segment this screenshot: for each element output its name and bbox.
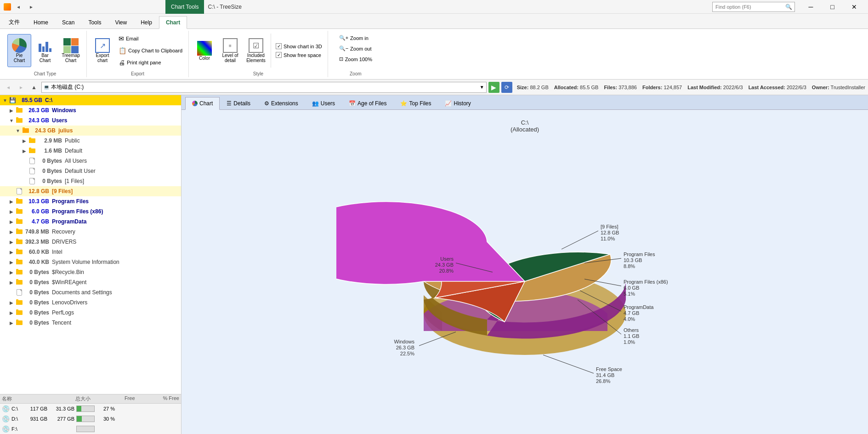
expand-allusers[interactable] (21, 158, 28, 164)
expand-perflogs[interactable]: ▶ (8, 309, 15, 316)
tree-item-drivers[interactable]: ▶ 392.3 MB DRIVERS (0, 237, 181, 247)
treemap-chart-button[interactable]: TreemapChart (59, 34, 83, 67)
tree-item-intel[interactable]: ▶ 60.0 KB Intel (0, 247, 181, 257)
expand-julius[interactable]: ▼ (15, 127, 21, 134)
tab-view[interactable]: View (108, 16, 134, 29)
expand-windows[interactable]: ▶ (8, 107, 15, 114)
bar-chart-button[interactable]: BarChart (33, 34, 57, 67)
expand-recyclebin[interactable]: ▶ (8, 269, 15, 275)
nav-back-button[interactable]: ◂ (3, 82, 14, 93)
expand-lenovodrivers[interactable]: ▶ (8, 299, 15, 306)
tab-tools[interactable]: Tools (81, 16, 108, 29)
title-back-btn[interactable]: ◂ (13, 1, 24, 12)
tree-item-docsettings[interactable]: 0 Bytes Documents and Settings (0, 287, 181, 297)
expand-root[interactable]: ▼ (2, 97, 8, 103)
tab-top-files-view[interactable]: ⭐ Top Files (393, 97, 438, 109)
color-button[interactable]: Color (193, 34, 216, 67)
tree-item-perflogs[interactable]: ▶ 0 Bytes PerfLogs (0, 308, 181, 318)
nav-address-bar[interactable]: 💻 本地磁盘 (C:) ▼ (41, 82, 487, 93)
expand-9files[interactable] (8, 188, 15, 194)
zoom-in-button[interactable]: 🔍+ Zoom in (337, 34, 374, 42)
expand-programfiles[interactable]: ▶ (8, 198, 15, 205)
show-free-checkbox[interactable]: ✓ Show free space (276, 52, 322, 58)
print-pane-button[interactable]: 🖨 Print right pane (116, 57, 185, 68)
tree-item-9files[interactable]: 12.8 GB [9 Files] (0, 186, 181, 196)
tab-home[interactable]: Home (27, 16, 55, 29)
expand-recovery[interactable]: ▶ (8, 228, 15, 235)
show-3d-checkbox[interactable]: ✓ Show chart in 3D (276, 43, 322, 49)
bottom-panel: 名称 总大小 Free % Free 💿 C:\ 117 GB 31.3 GB … (0, 394, 181, 434)
tab-history-view[interactable]: 📈 History (438, 97, 477, 109)
maximize-button[interactable]: □ (822, 0, 843, 14)
close-button[interactable]: ✕ (844, 0, 864, 14)
pie-chart-button[interactable]: PieChart (7, 34, 31, 67)
export-chart-button[interactable]: ↗ Exportchart (91, 34, 114, 67)
drive-row-f[interactable]: 💿 F:\ (0, 424, 181, 434)
expand-intel[interactable]: ▶ (8, 249, 15, 255)
tree-item-winreagent[interactable]: ▶ 0 Bytes $WinREAgent (0, 277, 181, 287)
copy-clipboard-button[interactable]: 📋 Copy Chart to Clipboard (116, 46, 185, 56)
tab-help[interactable]: Help (134, 16, 159, 29)
tab-age-of-files-view[interactable]: 📅 Age of Files (342, 97, 393, 109)
expand-winreagent[interactable]: ▶ (8, 279, 15, 286)
pie-chart-label: PieChart (14, 53, 25, 63)
segment-freespace[interactable] (336, 201, 525, 284)
expand-1files[interactable] (21, 178, 28, 184)
tab-chart-view[interactable]: Chart (185, 97, 220, 110)
tree-item-programdata[interactable]: ▶ 4.7 GB ProgramData (0, 217, 181, 227)
folder-icon-default (28, 147, 36, 154)
drive-row-c[interactable]: 💿 C:\ 117 GB 31.3 GB 27 % (0, 404, 181, 414)
included-elements-button[interactable]: ☑ IncludedElements (244, 34, 268, 67)
expand-tencent[interactable]: ▶ (8, 320, 15, 326)
find-option-input[interactable] (712, 2, 795, 12)
tab-scan[interactable]: Scan (55, 16, 81, 29)
tree-item-programfiles[interactable]: ▶ 10.3 GB Program Files (0, 196, 181, 206)
tab-details-view[interactable]: ☰ Details (220, 97, 257, 109)
nav-forward-button[interactable]: ▸ (16, 82, 27, 93)
tree-item-allusers[interactable]: 0 Bytes All Users (0, 156, 181, 166)
tree-item-recovery[interactable]: ▶ 749.8 MB Recovery (0, 227, 181, 237)
zoom-100-button[interactable]: ⊡ Zoom 100% (337, 55, 374, 63)
tree-item-root[interactable]: ▼ 💾 85.5 GB C:\ (0, 95, 181, 105)
file-icon-allusers (28, 157, 36, 165)
tab-chart[interactable]: Chart (159, 16, 187, 29)
tab-extensions-view[interactable]: ⚙ Extensions (257, 97, 305, 109)
tree-item-public[interactable]: ▶ 2.9 MB Public (0, 136, 181, 146)
tree-item-tencent[interactable]: ▶ 0 Bytes Tencent (0, 318, 181, 328)
expand-programdata[interactable]: ▶ (8, 218, 15, 225)
tree-item-recyclebin[interactable]: ▶ 0 Bytes $Recycle.Bin (0, 267, 181, 277)
minimize-button[interactable]: ─ (800, 0, 821, 14)
drive-row-d[interactable]: 💿 D:\ 931 GB 277 GB 30 % (0, 414, 181, 424)
expand-drivers[interactable]: ▶ (8, 239, 15, 245)
expand-defaultuser[interactable] (21, 168, 28, 174)
email-button[interactable]: ✉ Email (116, 34, 185, 44)
tree-item-defaultuser[interactable]: 0 Bytes Default User (0, 166, 181, 176)
title-forward-btn[interactable]: ▸ (26, 1, 37, 12)
tree-item-1files[interactable]: 0 Bytes [1 Files] (0, 176, 181, 186)
1files-name: [1 Files] (65, 178, 84, 184)
file-tree[interactable]: ▼ 💾 85.5 GB C:\ ▶ 26.3 GB Windows ▼ 24.3… (0, 95, 181, 394)
ribbon-group-export: ↗ Exportchart ✉ Email 📋 Copy Chart to Cl… (87, 31, 189, 77)
tree-item-lenovodrivers[interactable]: ▶ 0 Bytes LenovoDrivers (0, 297, 181, 308)
tree-item-sysvolinfo[interactable]: ▶ 40.0 KB System Volume Information (0, 257, 181, 267)
tree-item-windows[interactable]: ▶ 26.3 GB Windows (0, 105, 181, 115)
level-detail-button[interactable]: ≡ Level ofdetail (218, 34, 242, 67)
tree-item-julius[interactable]: ▼ 24.3 GB julius (0, 126, 181, 136)
zoom-out-button[interactable]: 🔍− Zoom out (337, 44, 374, 53)
tree-item-users[interactable]: ▼ 24.3 GB Users (0, 115, 181, 126)
tree-item-programfilesx86[interactable]: ▶ 6.0 GB Program Files (x86) (0, 206, 181, 217)
tab-file[interactable]: 文件 (2, 16, 27, 29)
nav-up-button[interactable]: ▲ (28, 82, 40, 93)
address-dropdown-btn[interactable]: ▼ (480, 85, 484, 90)
pie-chart-svg: Windows 26.3 GB 22.5% Users 24.3 GB 20.8… (336, 148, 713, 405)
expand-public[interactable]: ▶ (21, 137, 28, 144)
expand-default[interactable]: ▶ (21, 148, 28, 154)
tab-users-view[interactable]: 👥 Users (305, 97, 342, 109)
nav-go-button[interactable]: ▶ (488, 82, 499, 93)
tree-item-default[interactable]: ▶ 1.6 MB Default (0, 146, 181, 156)
expand-docsettings[interactable] (8, 289, 15, 296)
expand-sysvolinfo[interactable]: ▶ (8, 259, 15, 265)
expand-programfilesx86[interactable]: ▶ (8, 208, 15, 215)
nav-stats: Size: 88.2 GB Allocated: 85.5 GB Files: … (517, 85, 865, 90)
expand-users[interactable]: ▼ (8, 117, 15, 124)
